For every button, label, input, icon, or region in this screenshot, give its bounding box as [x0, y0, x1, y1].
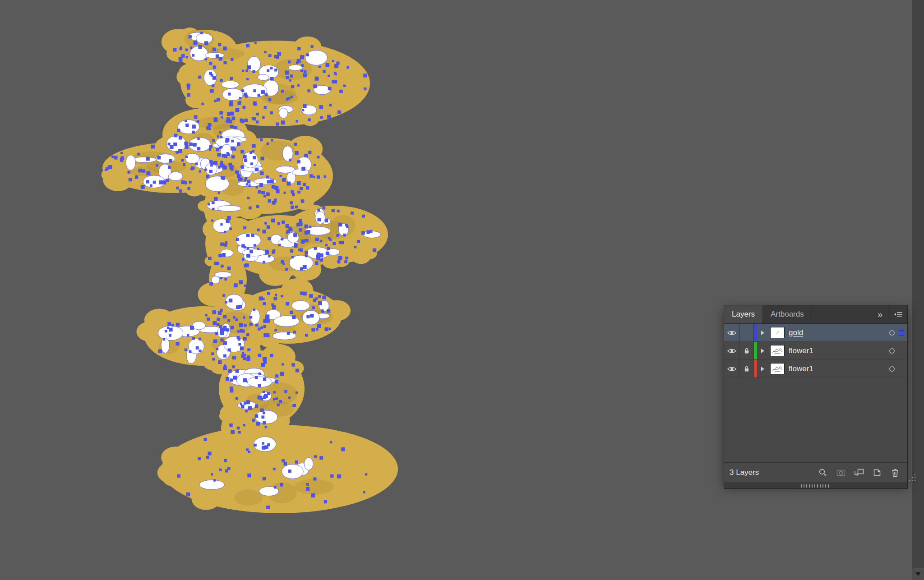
layer-row[interactable]: gold	[724, 324, 907, 342]
lock-icon	[744, 348, 749, 354]
layer-name[interactable]: gold	[789, 328, 886, 337]
tab-bar-divider	[888, 305, 888, 323]
layer-list: gold	[724, 324, 907, 462]
eye-icon	[727, 330, 736, 336]
new-sublayer-button[interactable]	[852, 467, 866, 479]
expand-layer-arrow[interactable]	[757, 349, 768, 353]
layer-row[interactable]: flower1	[724, 342, 907, 360]
tab-layers[interactable]: Layers	[724, 305, 763, 323]
layer-color-bar	[754, 342, 757, 359]
artwork-bonsai-selected[interactable]	[0, 0, 924, 580]
target-circle-icon	[889, 348, 895, 354]
lock-toggle[interactable]	[740, 342, 754, 359]
layer-color-bar	[754, 324, 757, 341]
eye-icon	[727, 348, 736, 354]
disclosure-triangle-icon	[761, 349, 764, 353]
panel-resize-gripper[interactable]	[724, 483, 908, 489]
visibility-toggle[interactable]	[724, 324, 740, 341]
tab-artboards[interactable]: Artboards	[763, 305, 812, 323]
new-layer-icon	[873, 469, 881, 477]
lock-icon	[744, 366, 749, 372]
selected-art-indicator[interactable]	[899, 330, 904, 336]
target-circle-icon	[889, 366, 895, 372]
expand-layer-arrow[interactable]	[757, 367, 768, 371]
target-circle-icon	[889, 330, 895, 336]
layer-color-bar	[754, 360, 757, 377]
layers-panel: Layers Artboards »	[724, 305, 908, 483]
vertical-scrollbar[interactable]	[912, 0, 924, 580]
target-circle[interactable]	[886, 366, 898, 372]
disclosure-triangle-icon	[761, 367, 764, 371]
new-sublayer-icon	[854, 469, 864, 477]
collapse-panel-icon[interactable]: »	[878, 310, 882, 319]
scroll-down-button[interactable]	[912, 568, 924, 580]
trash-icon	[892, 469, 899, 477]
magnifier-icon	[818, 468, 827, 477]
document-canvas[interactable]	[0, 0, 924, 580]
clip-mask-icon	[836, 469, 845, 477]
panel-status-bar: 3 Layers	[724, 462, 907, 483]
layer-row[interactable]: flower1	[724, 360, 907, 378]
layer-thumbnail[interactable]	[770, 363, 785, 374]
lock-toggle[interactable]	[740, 360, 754, 377]
visibility-toggle[interactable]	[724, 342, 740, 359]
delete-layer-button[interactable]	[888, 467, 902, 479]
target-circle[interactable]	[886, 330, 898, 336]
scroll-down-arrow-icon	[915, 572, 921, 576]
new-layer-button[interactable]	[870, 467, 884, 479]
disclosure-triangle-icon	[761, 331, 764, 335]
gripper-dashes-icon	[801, 484, 831, 488]
layer-thumbnail[interactable]	[770, 345, 785, 356]
panel-menu-icon[interactable]	[894, 311, 903, 318]
locate-object-button[interactable]	[816, 467, 830, 479]
layer-thumbnail[interactable]	[770, 327, 785, 338]
panel-tab-bar: Layers Artboards »	[724, 305, 907, 324]
layer-name[interactable]: flower1	[789, 346, 886, 355]
lock-toggle[interactable]	[740, 324, 754, 341]
target-circle[interactable]	[886, 348, 898, 354]
layer-count: 3 Layers	[730, 468, 759, 477]
eye-icon	[727, 366, 736, 372]
visibility-toggle[interactable]	[724, 360, 740, 377]
panel-corner-resize-grip[interactable]	[908, 474, 916, 482]
expand-layer-arrow[interactable]	[757, 331, 768, 335]
make-clip-mask-button[interactable]	[834, 467, 848, 479]
layer-name[interactable]: flower1	[789, 364, 886, 373]
